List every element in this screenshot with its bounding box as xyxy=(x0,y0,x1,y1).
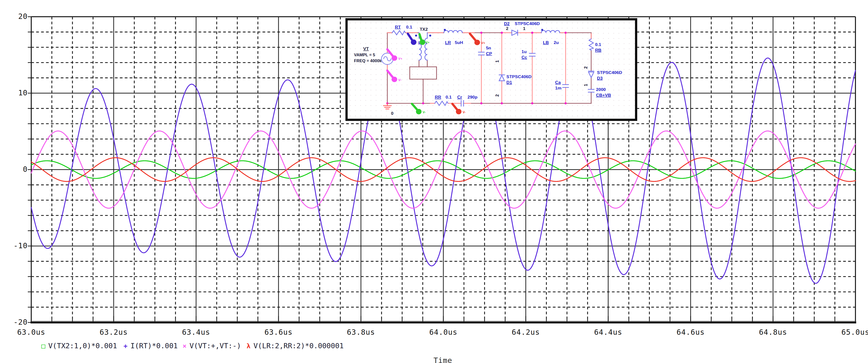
schematic-label: RR xyxy=(435,95,441,100)
schematic-label: Cr xyxy=(457,95,462,100)
legend-marker-icon: × xyxy=(183,342,189,350)
schematic-label: D1 xyxy=(506,80,512,85)
schematic-label: 290p xyxy=(467,95,477,100)
probe-marker-icon xyxy=(412,104,422,114)
schematic-label: 1 xyxy=(495,60,499,63)
y-axis-tick-label: -20 xyxy=(4,318,28,326)
schematic-label: STPSC406D xyxy=(515,21,540,26)
y-axis-tick-label: 0 xyxy=(4,165,28,173)
probe-marker-icon xyxy=(470,34,480,45)
pspice-probe-window: { "chart_data": { "type": "line", "title… xyxy=(0,0,868,363)
x-axis-tick-label: 64.8us xyxy=(750,328,797,336)
y-axis-tick-label: 20 xyxy=(4,12,28,21)
x-axis-tick-label: 63.8us xyxy=(338,328,384,336)
schematic-label: CB+VB xyxy=(596,93,611,98)
schematic-inset: RT0.1TX2LR5uHD2STPSC406D21LB2u5nCP1uCcST… xyxy=(345,18,637,121)
x-axis-tick-label: 63.6us xyxy=(255,328,302,336)
legend-trace-name: V(TX2:1,0)*0.001 xyxy=(48,342,117,350)
schematic-label: VT xyxy=(363,46,369,52)
schematic-label: FREQ = 4000k xyxy=(354,59,382,63)
schematic-label: STPSC406D xyxy=(506,74,531,79)
y-axis-tick-label: -10 xyxy=(4,241,28,250)
x-axis-tick-label: 64.2us xyxy=(502,328,549,336)
legend-trace-name: V(VT:+,VT:-) xyxy=(189,342,241,350)
x-axis-tick-label: 64.6us xyxy=(667,328,714,336)
probe-marker-icon xyxy=(387,70,397,82)
schematic-labels: RT0.1TX2LR5uHD2STPSC406D21LB2u5nCP1uCcST… xyxy=(354,21,622,116)
probe-marker-icon xyxy=(420,34,425,45)
schematic-label: 2u xyxy=(554,40,559,45)
schematic-label: LR xyxy=(445,40,451,45)
schematic-label: 2 xyxy=(506,26,508,31)
x-axis-tick-label: 64.0us xyxy=(420,328,467,336)
legend-entry-4[interactable]: λV(LR:2,RR:2)*0.000001 xyxy=(247,342,344,350)
x-axis-tick-label: 63.4us xyxy=(173,328,219,336)
schematic-label: CP xyxy=(486,51,492,56)
legend-entry-3[interactable]: ×V(VT:+,VT:-) xyxy=(183,342,241,350)
schematic-label: 0.1 xyxy=(595,42,601,47)
schematic-probes xyxy=(387,34,480,114)
schematic-label: V- xyxy=(463,110,465,114)
schematic-label: 5uH xyxy=(455,40,463,45)
schematic-label: 1u xyxy=(522,49,527,54)
legend-marker-icon: λ xyxy=(247,342,253,350)
schematic-label: 5n xyxy=(486,45,491,51)
circuit-schematic: RT0.1TX2LR5uHD2STPSC406D21LB2u5nCP1uCcST… xyxy=(348,21,635,119)
schematic-label: Cc xyxy=(522,55,527,60)
x-axis-tick-label: 63.0us xyxy=(8,328,55,336)
probe-marker-icon xyxy=(453,104,462,114)
schematic-label: 2 xyxy=(495,94,499,97)
legend-marker-icon: + xyxy=(124,342,130,350)
schematic-label: 0.1 xyxy=(445,95,452,100)
schematic-label: RT xyxy=(395,25,401,30)
schematic-label: D2 xyxy=(504,21,509,26)
schematic-label: V- xyxy=(398,78,401,82)
schematic-label: 0 xyxy=(391,111,394,116)
schematic-label: V+ xyxy=(481,41,485,45)
schematic-label: 2 xyxy=(583,66,588,69)
x-axis-tick-label: 64.4us xyxy=(585,328,631,336)
schematic-label: Ca xyxy=(555,80,561,85)
y-axis-tick-label: 10 xyxy=(4,89,28,97)
x-axis-tick-label: 65.0us xyxy=(832,328,868,336)
schematic-label: 1m xyxy=(555,86,561,91)
schematic-label: V+ xyxy=(426,41,430,44)
schematic-label: I xyxy=(418,40,420,46)
schematic-label: V+ xyxy=(398,57,402,61)
schematic-label: VAMPL = 5 xyxy=(354,53,375,58)
schematic-label: 0.1 xyxy=(406,25,412,30)
schematic-label: 2000 xyxy=(596,87,606,92)
schematic-label: V- xyxy=(423,110,426,114)
legend-trace-name: V(LR:2,RR:2)*0.000001 xyxy=(253,342,344,350)
legend-marker-icon: □ xyxy=(41,342,48,350)
schematic-label: 1 xyxy=(583,84,588,86)
schematic-label: 1 xyxy=(523,26,526,31)
schematic-label: RB xyxy=(595,48,601,53)
schematic-label: D3 xyxy=(597,76,603,80)
schematic-label: TX2 xyxy=(420,27,428,32)
x-axis-title: Time xyxy=(416,356,470,363)
schematic-wires xyxy=(386,32,591,104)
legend-entry-1[interactable]: □V(TX2:1,0)*0.001 xyxy=(41,342,117,350)
x-axis-tick-label: 63.2us xyxy=(90,328,137,336)
legend-entry-2[interactable]: +I(RT)*0.001 xyxy=(124,342,178,350)
legend-trace-name: I(RT)*0.001 xyxy=(130,342,178,350)
schematic-label: LB xyxy=(543,40,549,45)
schematic-label: STPSC406D xyxy=(597,70,622,75)
